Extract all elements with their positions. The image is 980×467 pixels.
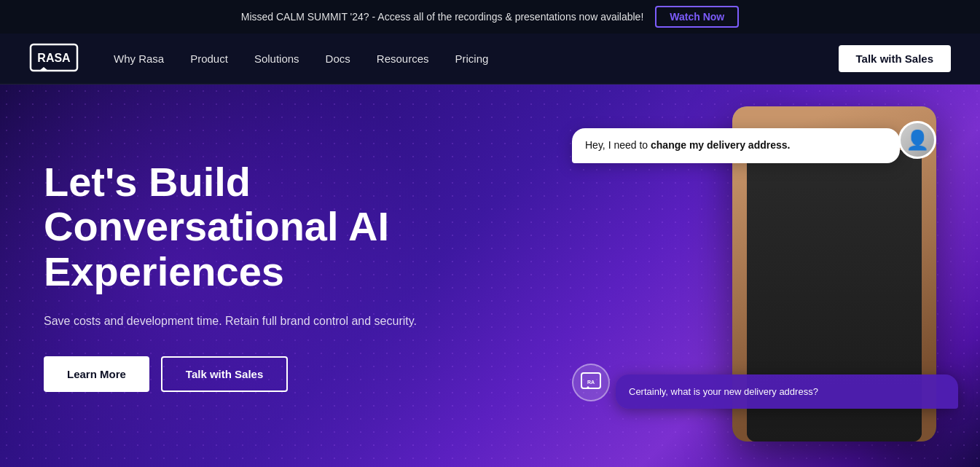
watch-now-button[interactable]: Watch Now bbox=[655, 6, 739, 28]
nav-item-solutions[interactable]: Solutions bbox=[254, 52, 299, 66]
nav-link-solutions[interactable]: Solutions bbox=[254, 52, 299, 65]
bot-chat-bubble: Certainly, what is your new delivery add… bbox=[616, 374, 958, 409]
nav-item-resources[interactable]: Resources bbox=[377, 52, 429, 66]
nav-links-list: Why Rasa Product Solutions Docs Resource… bbox=[114, 52, 839, 66]
nav-link-resources[interactable]: Resources bbox=[377, 52, 429, 65]
user-chat-bubble: Hey, I need to change my delivery addres… bbox=[572, 128, 900, 163]
svg-text:RA: RA bbox=[587, 380, 595, 385]
rasa-mini-logo-svg: RA bbox=[580, 372, 602, 393]
nav-talk-sales-button[interactable]: Talk with Sales bbox=[839, 45, 951, 72]
avatar-icon: 👤 bbox=[906, 129, 929, 152]
learn-more-button[interactable]: Learn More bbox=[44, 356, 149, 392]
user-message-prefix: Hey, I need to bbox=[585, 139, 651, 151]
hero-section: Let's Build Conversational AI Experience… bbox=[0, 85, 980, 467]
hero-subtitle: Save costs and development time. Retain … bbox=[44, 312, 452, 331]
svg-text:RASA: RASA bbox=[37, 52, 71, 64]
nav-link-docs[interactable]: Docs bbox=[326, 52, 350, 65]
nav-item-product[interactable]: Product bbox=[190, 52, 228, 66]
nav-item-docs[interactable]: Docs bbox=[326, 52, 350, 66]
hero-visual: Hey, I need to change my delivery addres… bbox=[543, 85, 980, 467]
announcement-banner: Missed CALM SUMMIT '24? - Access all of … bbox=[0, 0, 980, 34]
nav-link-product[interactable]: Product bbox=[190, 52, 228, 65]
nav-link-pricing[interactable]: Pricing bbox=[455, 52, 489, 65]
rasa-bot-avatar: RA bbox=[572, 364, 610, 401]
rasa-logo-svg: RASA bbox=[29, 43, 79, 72]
hero-content: Let's Build Conversational AI Experience… bbox=[0, 116, 495, 436]
hero-buttons: Learn More Talk with Sales bbox=[44, 356, 452, 392]
nav-item-pricing[interactable]: Pricing bbox=[455, 52, 489, 66]
hero-title: Let's Build Conversational AI Experience… bbox=[44, 160, 452, 294]
hero-talk-sales-button[interactable]: Talk with Sales bbox=[161, 356, 288, 392]
user-avatar: 👤 bbox=[898, 121, 936, 159]
bot-message: Certainly, what is your new delivery add… bbox=[629, 386, 818, 397]
nav-item-why-rasa[interactable]: Why Rasa bbox=[114, 52, 164, 66]
nav-link-why-rasa[interactable]: Why Rasa bbox=[114, 52, 164, 65]
user-message-bold: change my delivery address. bbox=[651, 139, 790, 151]
nav-logo[interactable]: RASA bbox=[29, 43, 79, 75]
main-nav: RASA Why Rasa Product Solutions Docs Res… bbox=[0, 34, 980, 85]
banner-text: Missed CALM SUMMIT '24? - Access all of … bbox=[241, 11, 644, 23]
